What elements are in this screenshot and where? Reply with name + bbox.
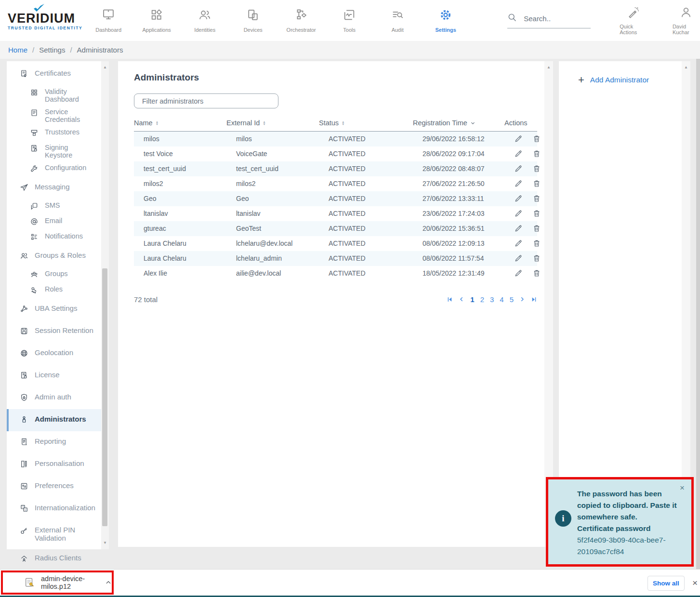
chevron-up-icon[interactable] [105,579,112,586]
sidebar-item-notifications[interactable]: Notifications [7,230,101,245]
delete-button[interactable] [532,164,541,173]
edit-button[interactable] [514,269,523,278]
sidebar-item-internationalization[interactable]: AaInternationalization [7,498,101,520]
download-bar-close-button[interactable]: × [692,578,698,588]
pagination: 12345 [447,295,537,304]
page-3[interactable]: 3 [490,295,494,304]
delete-button[interactable] [532,179,541,188]
certificate-file-icon [24,577,35,588]
delete-button[interactable] [532,194,541,203]
translate-icon: Aa [20,504,28,514]
edit-button[interactable] [514,254,523,263]
edit-button[interactable] [514,209,523,218]
sidebar-item-radius-clients[interactable]: Radius Clients [7,548,101,570]
edit-button[interactable] [514,149,523,158]
sidebar-item-license[interactable]: License [7,365,101,387]
cell-external-id: GeoTest [226,221,319,236]
delete-button[interactable] [532,224,541,233]
sidebar-item-groups[interactable]: Groups [7,267,101,283]
column-header-external-id[interactable]: External Id▲▼ [226,115,319,132]
last-page-button[interactable] [531,296,537,303]
nav-applications[interactable]: Applications [132,8,181,33]
downloaded-file-chip[interactable]: admin-device-milos.p12 [1,570,114,595]
filter-administrators-input[interactable] [134,93,278,108]
delete-button[interactable] [532,134,541,143]
nav-settings[interactable]: Settings [422,8,470,33]
identities-icon [198,8,211,24]
sidebar-scroll-up[interactable]: ▲ [101,64,109,71]
cell-external-id: lchelaru_admin [226,251,319,266]
detail-scroll-up[interactable]: ▲ [682,64,690,71]
edit-button[interactable] [514,194,523,203]
sidebar-item-reporting[interactable]: Reporting [7,431,101,453]
sidebar-item-administrators[interactable]: Administrators [7,409,101,431]
sidebar-item-roles[interactable]: Roles [7,283,101,298]
first-page-button[interactable] [447,296,453,303]
sidebar-scroll-down[interactable]: ▼ [101,540,109,546]
sidebar-item-preferences[interactable]: Preferences [7,476,101,498]
sidebar-item-uba-settings[interactable]: UBA Settings [7,298,101,320]
sidebar-scroll-thumb[interactable] [102,268,107,526]
toast-close-button[interactable]: × [680,483,685,493]
show-all-button[interactable]: Show all [647,576,685,591]
sidebar-item-email[interactable]: Email [7,214,101,230]
sidebar-item-groups-roles[interactable]: Groups & Roles [7,245,101,267]
sidebar-item-external-pin-validation[interactable]: External PIN Validation [7,520,101,548]
sidebar-item-validity-dashboard[interactable]: Validity Dashboard [7,85,101,106]
edit-button[interactable] [514,179,523,188]
delete-button[interactable] [532,149,541,158]
edit-button[interactable] [514,224,523,233]
sidebar-item-signing-keystore[interactable]: Signing Keystore [7,141,101,161]
user-menu[interactable]: David Kuchar [673,6,700,35]
delete-button[interactable] [532,269,541,278]
sidebar-item-service-credentials[interactable]: Service Credentials [7,106,101,126]
cell-registration-time: 28/06/2022 08:48:07 [413,161,504,176]
delete-button[interactable] [532,239,541,248]
nav-audit[interactable]: Audit [373,8,422,33]
veridium-admin-console: VERIDIUM TRUSTED DIGITAL IDENTITY Dashbo… [0,0,700,597]
edit-button[interactable] [514,134,523,143]
sidebar-item-admin-auth[interactable]: Admin auth [7,387,101,409]
veridium-logo[interactable]: VERIDIUM TRUSTED DIGITAL IDENTITY [0,11,84,30]
sidebar-item-certificates[interactable]: Certificates [7,63,101,85]
delete-button[interactable] [532,254,541,263]
sort-icon: ▲▼ [156,120,158,125]
column-header-status[interactable]: Status▲▼ [319,115,413,132]
add-administrator-label: Add Administrator [590,76,649,84]
delete-button[interactable] [532,209,541,218]
cell-external-id: milos [226,132,319,146]
edit-button[interactable] [514,164,523,173]
sidebar-item-session-retention[interactable]: Session Retention [7,320,101,343]
next-page-button[interactable] [519,296,525,302]
breadcrumb-settings[interactable]: Settings [39,46,65,54]
cell-name: milos2 [134,176,226,191]
nav-dashboard[interactable]: Dashboard [84,8,132,33]
add-administrator-button[interactable]: + Add Administrator [559,61,690,84]
column-header-registration-time[interactable]: Registration Time [413,115,504,132]
page-1[interactable]: 1 [470,295,474,304]
nav-tools[interactable]: Tools [325,8,373,33]
nav-identities[interactable]: Identities [181,8,229,33]
previous-page-button[interactable] [459,296,464,302]
page-4[interactable]: 4 [500,295,503,304]
sidebar-item-truststores[interactable]: Truststores [7,126,101,141]
sidebar-item-geolocation[interactable]: Geolocation [7,343,101,365]
column-header-name[interactable]: Name▲▼ [134,115,226,132]
nav-orchestrator[interactable]: Orchestrator [277,8,325,33]
sidebar-item-sms[interactable]: SMS [7,199,101,214]
cell-status: ACTIVATED [319,251,413,266]
edit-button[interactable] [514,239,523,248]
sidebar-item-messaging[interactable]: Messaging [7,177,101,199]
search-input[interactable] [524,14,586,23]
quick-actions-button[interactable]: Quick Actions [620,6,647,35]
cell-registration-time: 28/06/2022 09:17:04 [413,146,504,161]
admin-row-voicegate: test VoiceVoiceGateACTIVATED28/06/2022 0… [134,146,537,161]
sidebar-item-personalisation[interactable]: Personalisation [7,453,101,476]
page-scrollbar[interactable] [696,59,700,569]
page-2[interactable]: 2 [480,295,484,304]
page-5[interactable]: 5 [510,295,514,304]
breadcrumb-home[interactable]: Home [8,46,27,54]
sidebar-item-configuration[interactable]: Configuration [7,161,101,177]
main-scroll-up[interactable]: ▲ [544,64,553,71]
nav-devices[interactable]: Devices [229,8,277,33]
